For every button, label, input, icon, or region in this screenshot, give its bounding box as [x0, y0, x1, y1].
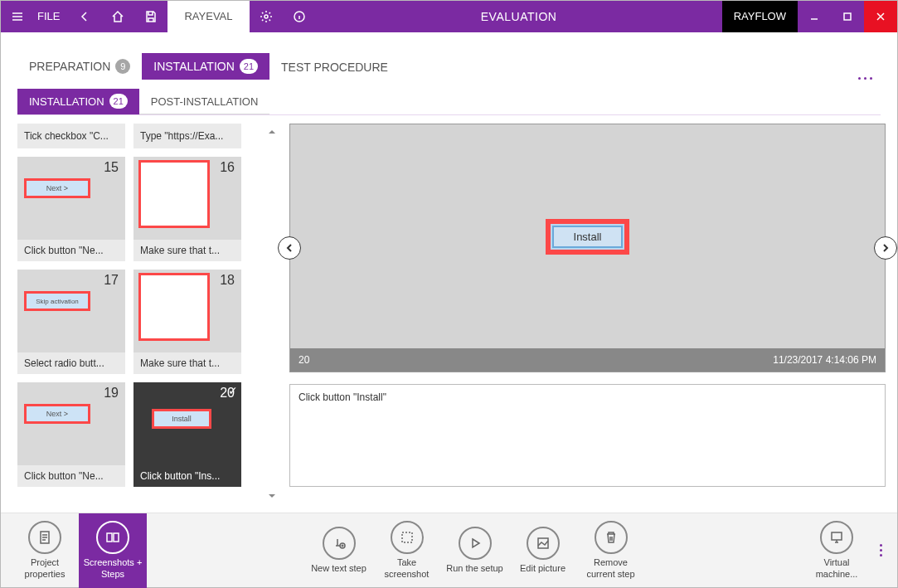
title-bar-left: FILE RAYEVAL: [1, 1, 316, 32]
steps-scrollbar[interactable]: [265, 124, 279, 513]
step-caption: Click button "Ne...: [17, 465, 125, 487]
preview-prev-button[interactable]: [278, 236, 301, 260]
rayflow-button[interactable]: RAYFLOW: [722, 1, 798, 32]
scroll-down-icon[interactable]: [267, 491, 277, 501]
new-text-step-button[interactable]: New text step: [305, 513, 373, 588]
gear-icon[interactable]: [250, 1, 283, 32]
info-icon[interactable]: [283, 1, 316, 32]
thumb-next-button: Next >: [24, 404, 90, 424]
back-icon[interactable]: [68, 1, 101, 32]
thumb-next-button: Next >: [24, 178, 90, 198]
subtab-post-installation[interactable]: POST-INSTALLATION: [139, 89, 270, 114]
step-description-input[interactable]: Click button "Install": [289, 384, 886, 487]
take-screenshot-button[interactable]: Take screenshot: [373, 513, 441, 588]
button-label: Steps: [101, 569, 124, 580]
window-controls: [798, 1, 897, 32]
step-card[interactable]: Type "https://Exa...: [133, 124, 241, 148]
tabs-overflow-icon[interactable]: [858, 77, 872, 80]
minimize-button[interactable]: [798, 1, 831, 32]
step-card[interactable]: Tick checkbox "C...: [17, 124, 125, 148]
step-grid: Tick checkbox "C... Type "https://Exa...…: [17, 124, 255, 487]
tab-label: INSTALLATION: [153, 60, 235, 73]
button-label: Virtual: [824, 557, 850, 568]
thumb-skip-button: Skip activation: [24, 291, 90, 311]
tab-installation[interactable]: INSTALLATION 21: [142, 53, 269, 80]
maximize-button[interactable]: [831, 1, 864, 32]
step-number: 15: [104, 160, 119, 175]
step-card[interactable]: 17 Skip activation Select radio butt...: [17, 270, 125, 374]
step-card-selected[interactable]: ✓ 20 Install Click button "Ins...: [133, 382, 241, 487]
button-label: machine...: [816, 569, 858, 580]
step-number: 17: [104, 273, 119, 288]
screenshots-steps-button[interactable]: Screenshots + Steps: [79, 513, 147, 588]
tab-test-procedure[interactable]: TEST PROCEDURE: [269, 55, 400, 80]
step-number: 18: [220, 273, 235, 288]
tab-label: INSTALLATION: [29, 95, 104, 108]
scroll-up-icon[interactable]: [267, 127, 277, 137]
tab-badge: 21: [109, 94, 128, 109]
step-card[interactable]: 15 Next > Click button "Ne...: [17, 157, 125, 261]
svg-rect-9: [832, 532, 842, 540]
tab-rayeval[interactable]: RAYEVAL: [167, 1, 249, 32]
preview-next-button[interactable]: [874, 236, 897, 260]
step-card[interactable]: 19 Next > Click button "Ne...: [17, 382, 125, 487]
textstep-icon: [323, 527, 356, 560]
button-label: Project: [31, 557, 59, 568]
step-number: 16: [220, 160, 235, 175]
step-caption: Make sure that t...: [133, 240, 241, 261]
run-setup-button[interactable]: Run the setup: [441, 513, 509, 588]
button-label: Edit picture: [520, 563, 565, 574]
button-label: current step: [586, 569, 634, 580]
virtual-machine-button[interactable]: Virtual machine...: [803, 513, 871, 588]
steps-column: Tick checkbox "C... Type "https://Exa...…: [17, 124, 255, 513]
preview-column: Install 20 11/23/2017 4:14:06 PM Click b…: [289, 124, 886, 513]
preview-frame: Install 20 11/23/2017 4:14:06 PM: [289, 124, 886, 372]
main-area: Tick checkbox "C... Type "https://Exa...…: [1, 115, 897, 513]
step-caption: Click button "Ne...: [17, 240, 125, 261]
preview-wrapper: Install 20 11/23/2017 4:14:06 PM: [289, 124, 886, 372]
tab-preparation[interactable]: PREPARATION 9: [17, 53, 142, 80]
project-properties-button[interactable]: Project properties: [11, 513, 79, 588]
window-title: EVALUATION: [316, 1, 722, 32]
step-card[interactable]: 18 Make sure that t...: [133, 270, 241, 374]
thumb-install-button: Install: [152, 409, 211, 429]
preview-canvas: Install: [290, 124, 885, 348]
step-caption: Select radio butt...: [17, 352, 125, 374]
step-thumbnail: ✓ 20 Install: [133, 382, 241, 465]
button-label: New text step: [311, 563, 366, 574]
file-menu[interactable]: FILE: [34, 1, 68, 32]
subtab-installation[interactable]: INSTALLATION 21: [17, 89, 139, 114]
button-label: Remove: [594, 557, 628, 568]
svg-rect-2: [844, 13, 851, 20]
button-label: Run the setup: [446, 563, 503, 574]
step-card[interactable]: 16 Make sure that t...: [133, 157, 241, 261]
remove-step-button[interactable]: Remove current step: [577, 513, 645, 588]
screens-icon: [96, 521, 129, 554]
camera-icon: [391, 521, 424, 554]
step-number: 19: [104, 386, 119, 401]
toolbar-overflow-icon[interactable]: [874, 544, 887, 556]
svg-point-0: [265, 15, 268, 18]
menu-icon[interactable]: [1, 1, 34, 32]
title-bar: FILE RAYEVAL EVALUATION RAYFLOW: [1, 1, 897, 32]
step-number: 20: [220, 386, 235, 401]
doc-icon: [28, 521, 61, 554]
tab-label: TEST PROCEDURE: [281, 61, 388, 74]
step-thumbnail: 18: [133, 270, 241, 352]
home-icon[interactable]: [101, 1, 134, 32]
save-icon[interactable]: [134, 1, 167, 32]
step-thumbnail: 17 Skip activation: [17, 270, 125, 352]
edit-picture-button[interactable]: Edit picture: [509, 513, 577, 588]
svg-rect-5: [114, 533, 119, 542]
tab-label: POST-INSTALLATION: [151, 95, 259, 108]
step-caption: Make sure that t...: [133, 352, 241, 374]
step-caption: Type "https://Exa...: [133, 124, 241, 148]
tab-label: PREPARATION: [29, 60, 110, 73]
close-button[interactable]: [864, 1, 897, 32]
button-label: Screenshots +: [84, 557, 143, 568]
edit-icon: [527, 527, 560, 560]
bottom-toolbar: Project properties Screenshots + Steps N…: [1, 513, 897, 587]
tab-badge: 9: [115, 59, 130, 74]
button-label: Take: [397, 557, 416, 568]
preview-step-number: 20: [299, 354, 309, 366]
